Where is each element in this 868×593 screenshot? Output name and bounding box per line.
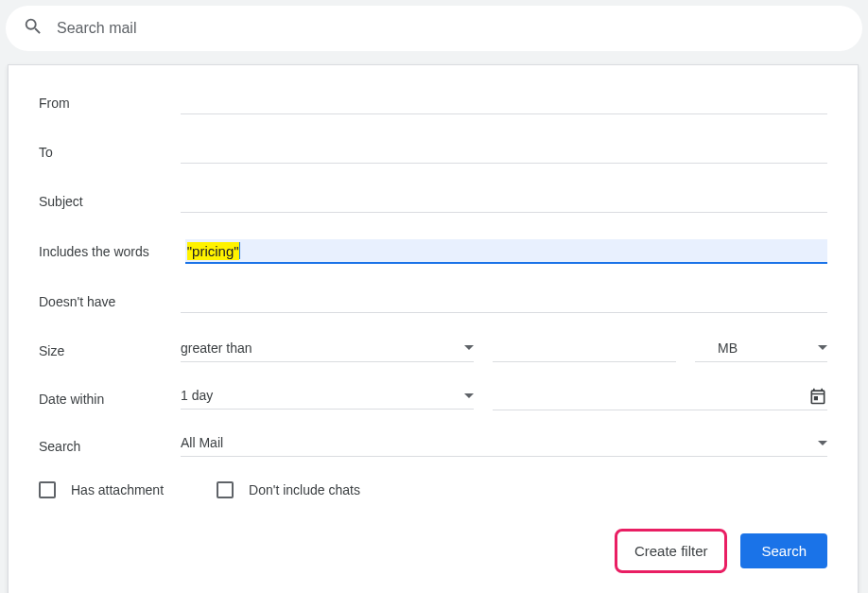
search-icon [23, 16, 43, 41]
search-in-row: Search All Mail [39, 435, 827, 457]
includes-words-input-wrap[interactable]: "pricing" [185, 239, 827, 264]
calendar-icon[interactable] [808, 387, 827, 406]
size-amount-input[interactable] [493, 340, 676, 362]
subject-row: Subject [39, 190, 827, 213]
from-label: From [39, 96, 181, 111]
to-label: To [39, 145, 181, 160]
from-input[interactable] [181, 92, 827, 114]
create-filter-button[interactable]: Create filter [615, 529, 728, 573]
search-in-value: All Mail [181, 435, 223, 450]
size-unit-select[interactable]: MB [695, 340, 827, 362]
date-range-select[interactable]: 1 day [181, 388, 474, 410]
size-comparator-value: greater than [181, 340, 252, 356]
date-within-label: Date within [39, 392, 181, 407]
to-row: To [39, 141, 827, 164]
date-picker-input[interactable] [493, 387, 827, 410]
doesnt-have-row: Doesn't have [39, 290, 827, 313]
chevron-down-icon [818, 441, 827, 445]
subject-label: Subject [39, 194, 181, 209]
dont-include-chats-checkbox[interactable]: Don't include chats [217, 481, 360, 498]
includes-words-value: "pricing" [187, 242, 239, 260]
checkbox-icon [39, 481, 56, 498]
button-row: Create filter Search [39, 529, 827, 573]
chevron-down-icon [464, 393, 474, 398]
checkbox-row: Has attachment Don't include chats [39, 481, 827, 498]
size-comparator-select[interactable]: greater than [181, 340, 474, 362]
checkbox-icon [217, 481, 234, 498]
text-cursor [239, 242, 240, 259]
includes-words-row: Includes the words "pricing" [39, 239, 827, 264]
dont-include-chats-label: Don't include chats [249, 482, 360, 497]
chevron-down-icon [818, 345, 827, 350]
size-label: Size [39, 343, 181, 358]
to-input[interactable] [181, 141, 827, 164]
search-bar[interactable] [6, 6, 862, 51]
search-in-select[interactable]: All Mail [181, 435, 827, 457]
size-unit-value: MB [718, 340, 738, 356]
has-attachment-checkbox[interactable]: Has attachment [39, 481, 164, 498]
search-button[interactable]: Search [740, 533, 827, 568]
date-range-value: 1 day [181, 388, 213, 403]
doesnt-have-label: Doesn't have [39, 294, 181, 309]
has-attachment-label: Has attachment [71, 482, 164, 497]
chevron-down-icon [464, 345, 474, 350]
advanced-search-panel: From To Subject Includes the words "pric… [8, 64, 859, 593]
subject-input[interactable] [181, 190, 827, 213]
date-within-row: Date within 1 day [39, 387, 827, 410]
search-in-label: Search [39, 439, 181, 454]
size-row: Size greater than MB [39, 340, 827, 362]
doesnt-have-input[interactable] [181, 290, 827, 313]
from-row: From [39, 92, 827, 114]
includes-words-label: Includes the words [39, 244, 149, 259]
search-input[interactable] [57, 20, 845, 37]
